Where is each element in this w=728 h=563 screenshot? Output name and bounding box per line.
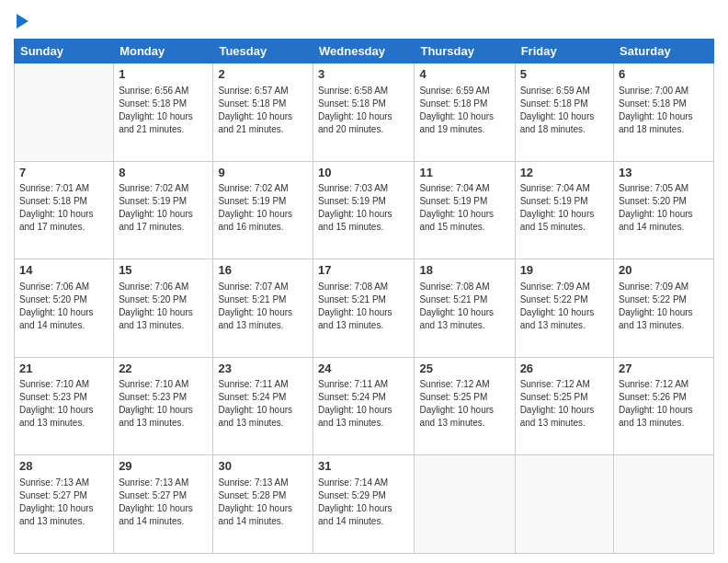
calendar-cell: 23Sunrise: 7:11 AMSunset: 5:24 PMDayligh… bbox=[213, 357, 313, 455]
cell-content: Sunrise: 7:09 AMSunset: 5:22 PMDaylight:… bbox=[520, 281, 609, 332]
day-number: 26 bbox=[520, 361, 609, 377]
cell-content: Sunrise: 6:56 AMSunset: 5:18 PMDaylight:… bbox=[119, 85, 208, 136]
weekday-header-saturday: Saturday bbox=[614, 40, 714, 63]
day-number: 11 bbox=[419, 165, 509, 181]
cell-content: Sunrise: 6:58 AMSunset: 5:18 PMDaylight:… bbox=[318, 85, 409, 136]
cell-content: Sunrise: 6:59 AMSunset: 5:18 PMDaylight:… bbox=[520, 85, 609, 136]
day-number: 4 bbox=[419, 66, 509, 83]
cell-content: Sunrise: 7:10 AMSunset: 5:23 PMDaylight:… bbox=[19, 378, 108, 430]
cell-content: Sunrise: 6:57 AMSunset: 5:18 PMDaylight:… bbox=[218, 85, 308, 136]
cell-content: Sunrise: 7:07 AMSunset: 5:21 PMDaylight:… bbox=[218, 281, 308, 332]
calendar-cell: 22Sunrise: 7:10 AMSunset: 5:23 PMDayligh… bbox=[114, 357, 213, 455]
weekday-header-friday: Friday bbox=[515, 40, 613, 63]
day-number: 24 bbox=[318, 361, 409, 377]
day-number: 1 bbox=[119, 66, 208, 83]
cell-content: Sunrise: 7:11 AMSunset: 5:24 PMDaylight:… bbox=[318, 378, 409, 430]
day-number: 16 bbox=[218, 262, 308, 279]
calendar-cell: 12Sunrise: 7:04 AMSunset: 5:19 PMDayligh… bbox=[515, 161, 613, 259]
calendar-cell bbox=[15, 63, 114, 162]
calendar-cell: 7Sunrise: 7:01 AMSunset: 5:18 PMDaylight… bbox=[15, 161, 114, 259]
day-number: 21 bbox=[19, 361, 108, 377]
weekday-header-monday: Monday bbox=[114, 40, 213, 63]
cell-content: Sunrise: 7:03 AMSunset: 5:19 PMDaylight:… bbox=[318, 182, 409, 234]
logo bbox=[14, 9, 28, 31]
cell-content: Sunrise: 7:12 AMSunset: 5:25 PMDaylight:… bbox=[419, 378, 509, 430]
cell-content: Sunrise: 7:11 AMSunset: 5:24 PMDaylight:… bbox=[218, 378, 308, 430]
calendar-cell: 18Sunrise: 7:08 AMSunset: 5:21 PMDayligh… bbox=[415, 259, 515, 358]
calendar-cell: 25Sunrise: 7:12 AMSunset: 5:25 PMDayligh… bbox=[415, 357, 515, 455]
calendar-cell: 20Sunrise: 7:09 AMSunset: 5:22 PMDayligh… bbox=[614, 259, 714, 358]
cell-content: Sunrise: 7:05 AMSunset: 5:20 PMDaylight:… bbox=[619, 182, 709, 234]
day-number: 18 bbox=[419, 262, 509, 279]
cell-content: Sunrise: 7:13 AMSunset: 5:27 PMDaylight:… bbox=[19, 477, 108, 528]
day-number: 6 bbox=[619, 66, 709, 83]
day-number: 15 bbox=[119, 262, 208, 279]
calendar-cell: 3Sunrise: 6:58 AMSunset: 5:18 PMDaylight… bbox=[313, 63, 415, 162]
day-number: 7 bbox=[19, 165, 108, 181]
week-row-4: 21Sunrise: 7:10 AMSunset: 5:23 PMDayligh… bbox=[15, 357, 714, 455]
calendar-cell: 27Sunrise: 7:12 AMSunset: 5:26 PMDayligh… bbox=[614, 357, 714, 455]
calendar-cell: 17Sunrise: 7:08 AMSunset: 5:21 PMDayligh… bbox=[313, 259, 415, 358]
calendar-cell: 29Sunrise: 7:13 AMSunset: 5:27 PMDayligh… bbox=[114, 455, 213, 554]
calendar-cell: 19Sunrise: 7:09 AMSunset: 5:22 PMDayligh… bbox=[515, 259, 613, 358]
day-number: 23 bbox=[218, 361, 308, 377]
calendar-cell: 15Sunrise: 7:06 AMSunset: 5:20 PMDayligh… bbox=[114, 259, 213, 358]
day-number: 9 bbox=[218, 165, 308, 181]
calendar-cell: 8Sunrise: 7:02 AMSunset: 5:19 PMDaylight… bbox=[114, 161, 213, 259]
day-number: 20 bbox=[619, 262, 709, 279]
day-number: 31 bbox=[318, 458, 409, 475]
weekday-header-thursday: Thursday bbox=[415, 40, 515, 63]
cell-content: Sunrise: 7:01 AMSunset: 5:18 PMDaylight:… bbox=[19, 182, 108, 234]
cell-content: Sunrise: 7:08 AMSunset: 5:21 PMDaylight:… bbox=[318, 281, 409, 332]
calendar-cell: 2Sunrise: 6:57 AMSunset: 5:18 PMDaylight… bbox=[213, 63, 313, 162]
calendar-cell: 30Sunrise: 7:13 AMSunset: 5:28 PMDayligh… bbox=[213, 455, 313, 554]
day-number: 25 bbox=[419, 361, 509, 377]
day-number: 5 bbox=[520, 66, 609, 83]
cell-content: Sunrise: 7:00 AMSunset: 5:18 PMDaylight:… bbox=[619, 85, 709, 136]
calendar-cell: 16Sunrise: 7:07 AMSunset: 5:21 PMDayligh… bbox=[213, 259, 313, 358]
day-number: 22 bbox=[119, 361, 208, 377]
cell-content: Sunrise: 7:13 AMSunset: 5:27 PMDaylight:… bbox=[119, 477, 208, 528]
calendar-cell: 10Sunrise: 7:03 AMSunset: 5:19 PMDayligh… bbox=[313, 161, 415, 259]
cell-content: Sunrise: 7:10 AMSunset: 5:23 PMDaylight:… bbox=[119, 378, 208, 430]
header bbox=[14, 9, 714, 31]
day-number: 12 bbox=[520, 165, 609, 181]
calendar-cell: 4Sunrise: 6:59 AMSunset: 5:18 PMDaylight… bbox=[415, 63, 515, 162]
day-number: 3 bbox=[318, 66, 409, 83]
cell-content: Sunrise: 7:12 AMSunset: 5:25 PMDaylight:… bbox=[520, 378, 609, 430]
day-number: 2 bbox=[218, 66, 308, 83]
day-number: 30 bbox=[218, 458, 308, 475]
week-row-1: 1Sunrise: 6:56 AMSunset: 5:18 PMDaylight… bbox=[15, 63, 714, 162]
day-number: 17 bbox=[318, 262, 409, 279]
week-row-5: 28Sunrise: 7:13 AMSunset: 5:27 PMDayligh… bbox=[15, 455, 714, 554]
calendar-cell: 28Sunrise: 7:13 AMSunset: 5:27 PMDayligh… bbox=[15, 455, 114, 554]
calendar-table: SundayMondayTuesdayWednesdayThursdayFrid… bbox=[14, 39, 714, 554]
week-row-3: 14Sunrise: 7:06 AMSunset: 5:20 PMDayligh… bbox=[15, 259, 714, 358]
cell-content: Sunrise: 7:08 AMSunset: 5:21 PMDaylight:… bbox=[419, 281, 509, 332]
cell-content: Sunrise: 7:09 AMSunset: 5:22 PMDaylight:… bbox=[619, 281, 709, 332]
cell-content: Sunrise: 7:04 AMSunset: 5:19 PMDaylight:… bbox=[520, 182, 609, 234]
day-number: 8 bbox=[119, 165, 208, 181]
day-number: 13 bbox=[619, 165, 709, 181]
calendar-cell: 1Sunrise: 6:56 AMSunset: 5:18 PMDaylight… bbox=[114, 63, 213, 162]
main-container: SundayMondayTuesdayWednesdayThursdayFrid… bbox=[0, 0, 728, 563]
day-number: 14 bbox=[19, 262, 108, 279]
week-row-2: 7Sunrise: 7:01 AMSunset: 5:18 PMDaylight… bbox=[15, 161, 714, 259]
day-number: 19 bbox=[520, 262, 609, 279]
weekday-header-tuesday: Tuesday bbox=[213, 40, 313, 63]
cell-content: Sunrise: 6:59 AMSunset: 5:18 PMDaylight:… bbox=[419, 85, 509, 136]
day-number: 28 bbox=[19, 458, 108, 475]
weekday-header-wednesday: Wednesday bbox=[313, 40, 415, 63]
calendar-cell: 6Sunrise: 7:00 AMSunset: 5:18 PMDaylight… bbox=[614, 63, 714, 162]
calendar-cell: 24Sunrise: 7:11 AMSunset: 5:24 PMDayligh… bbox=[313, 357, 415, 455]
cell-content: Sunrise: 7:06 AMSunset: 5:20 PMDaylight:… bbox=[19, 281, 108, 332]
cell-content: Sunrise: 7:02 AMSunset: 5:19 PMDaylight:… bbox=[119, 182, 208, 234]
calendar-cell: 9Sunrise: 7:02 AMSunset: 5:19 PMDaylight… bbox=[213, 161, 313, 259]
cell-content: Sunrise: 7:02 AMSunset: 5:19 PMDaylight:… bbox=[218, 182, 308, 234]
weekday-header-sunday: Sunday bbox=[15, 40, 114, 63]
calendar-cell: 26Sunrise: 7:12 AMSunset: 5:25 PMDayligh… bbox=[515, 357, 613, 455]
cell-content: Sunrise: 7:04 AMSunset: 5:19 PMDaylight:… bbox=[419, 182, 509, 234]
calendar-cell bbox=[614, 455, 714, 554]
cell-content: Sunrise: 7:12 AMSunset: 5:26 PMDaylight:… bbox=[619, 378, 709, 430]
logo-arrow-icon bbox=[17, 14, 28, 29]
